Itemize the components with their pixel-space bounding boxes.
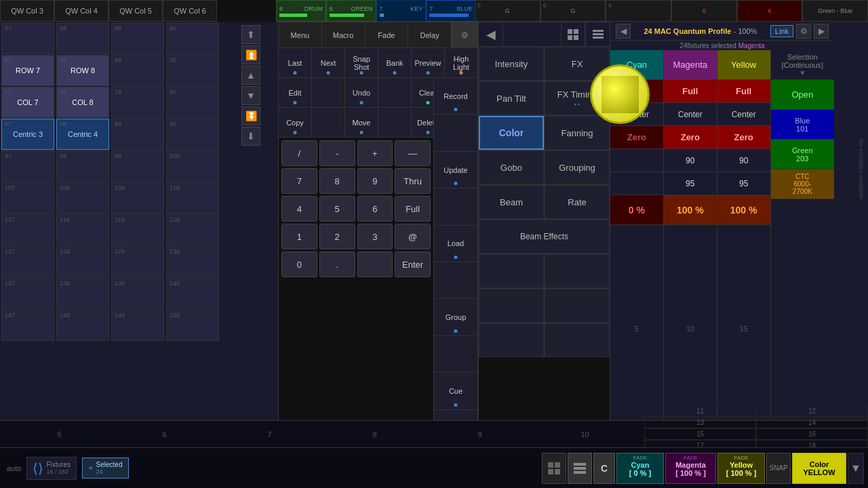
encoder-yellow-header[interactable]: Yellow [717, 50, 770, 80]
encoder-yellow-90[interactable]: 90 [717, 149, 770, 172]
encoder-sel-open[interactable]: Open [771, 80, 834, 110]
fixture-140[interactable]: 140 [166, 278, 219, 309]
fixture-60[interactable]: 60 [166, 23, 219, 54]
num2-btn[interactable]: 2 [319, 224, 355, 249]
scroll-down[interactable]: ▼ [241, 86, 260, 105]
double-dash-btn[interactable]: — [395, 140, 431, 166]
update-button[interactable]: Update [434, 152, 477, 188]
preview-button[interactable]: Preview [412, 48, 445, 77]
fixture-129[interactable]: 129 [111, 246, 164, 277]
cue-button[interactable]: Cue [434, 373, 477, 409]
fixture-149[interactable]: 149 [111, 310, 164, 341]
load-button[interactable]: Load [434, 226, 477, 262]
c-button[interactable]: C [593, 453, 615, 484]
fixture-57[interactable]: 57 [1, 23, 54, 54]
attr-rate-button[interactable]: Rate [545, 185, 610, 219]
encoder-magenta-value[interactable]: 100 % [664, 195, 717, 225]
fixture-147[interactable]: 147 [1, 310, 54, 341]
fixture-back-button[interactable]: ◀ [616, 24, 631, 39]
fixture-78[interactable]: 78COL 8 [56, 87, 109, 118]
fixture-67[interactable]: 67ROW 7 [1, 55, 54, 86]
fixture-127[interactable]: 127 [1, 246, 54, 277]
encoder-cyan-95[interactable] [610, 172, 663, 195]
encoder-sel-green[interactable]: Green 203 [771, 140, 834, 169]
fixture-137[interactable]: 137 [1, 278, 54, 309]
edit-button[interactable]: Edit [279, 78, 312, 107]
encoder-cyan-90[interactable] [610, 149, 663, 172]
fixture-80[interactable]: 80 [166, 87, 219, 118]
attr-color-button[interactable]: Color [479, 116, 544, 150]
fixtures-badge[interactable]: ⟨⟩ Fixtures 16 / 182 [26, 457, 77, 480]
fixture-107[interactable]: 107 [1, 182, 54, 214]
encoder-magenta-zero[interactable]: Zero [664, 126, 717, 149]
list-view-icon[interactable] [585, 22, 610, 47]
fixture-settings-icon[interactable]: ⚙ [796, 24, 811, 39]
fixture-68[interactable]: 68ROW 8 [56, 55, 109, 86]
fixture-77[interactable]: 77COL 7 [1, 87, 54, 118]
attr-beameffects-button[interactable]: Beam Effects [479, 220, 610, 253]
dot-btn[interactable]: . [319, 251, 355, 277]
undo-button[interactable]: Undo [345, 78, 378, 107]
channel-qw-col6[interactable]: QW Col 6 [163, 0, 217, 22]
encoder-yellow-zero[interactable]: Zero [717, 126, 770, 149]
fixture-148[interactable]: 148 [56, 310, 109, 341]
channel-qw-col3[interactable]: QW Col 3 [0, 0, 54, 22]
fixture-90[interactable]: 90 [166, 119, 219, 150]
next-button[interactable]: Next [312, 48, 345, 77]
link-button[interactable]: Link [770, 25, 793, 37]
slash-btn[interactable]: / [281, 140, 317, 166]
num5-btn[interactable]: 5 [319, 196, 355, 222]
copy-button[interactable]: Copy [279, 108, 312, 137]
encoder-sel-blue[interactable]: Blue 101 [771, 110, 834, 140]
minus-btn[interactable]: - [319, 140, 355, 166]
num3-btn[interactable]: 3 [357, 224, 393, 249]
encoder-magenta-header[interactable]: Magenta [664, 50, 717, 80]
grid-view-button-2[interactable] [568, 453, 592, 484]
macro-button[interactable]: Macro [322, 22, 366, 47]
fixture-99[interactable]: 99 [111, 150, 164, 182]
fixture-70[interactable]: 70 [166, 55, 219, 86]
record-button[interactable]: Record [434, 78, 477, 115]
fixture-117[interactable]: 117 [1, 214, 54, 245]
at-btn[interactable]: @ [395, 224, 431, 249]
num8-btn[interactable]: 8 [319, 168, 355, 194]
fixture-120[interactable]: 120 [166, 214, 219, 245]
thru-btn[interactable]: Thru [395, 168, 431, 194]
encoder-yellow-center[interactable]: Center [717, 103, 770, 126]
delay-button[interactable]: Delay [408, 22, 452, 47]
snap-shot-button[interactable]: Snap Shot [345, 48, 378, 77]
channel-qw-col4[interactable]: QW Col 4 [54, 0, 108, 22]
num9-btn[interactable]: 9 [357, 168, 393, 194]
num7-btn[interactable]: 7 [281, 168, 317, 194]
enter-btn[interactable]: Enter [395, 251, 431, 277]
scroll-up-fast[interactable]: ⏫ [241, 45, 260, 64]
fixture-89[interactable]: 89 [111, 119, 164, 150]
fixture-88[interactable]: 88Centric 4 [56, 119, 109, 150]
fixture-128[interactable]: 128 [56, 246, 109, 277]
encoder-selection-header[interactable]: Selection [Continuous] ▼ [771, 50, 834, 80]
fixture-59[interactable]: 59 [111, 23, 164, 54]
fixture-130[interactable]: 130 [166, 246, 219, 277]
snap-button[interactable]: SNAP [766, 453, 791, 484]
table-view-button[interactable] [542, 453, 566, 484]
encoder-magenta-center[interactable]: Center [664, 103, 717, 126]
fixture-110[interactable]: 110 [166, 182, 219, 214]
fixture-119[interactable]: 119 [111, 214, 164, 245]
scroll-up[interactable]: ▲ [241, 66, 260, 85]
fixture-87[interactable]: 87Centric 3 [1, 119, 54, 150]
attr-pantilt-button[interactable]: Pan Tilt [479, 81, 544, 115]
plus-btn[interactable]: + [357, 140, 393, 166]
fixture-139[interactable]: 139 [111, 278, 164, 309]
full-btn[interactable]: Full [395, 196, 431, 222]
fixture-108[interactable]: 108 [56, 182, 109, 214]
bottom-down-arrow[interactable]: ▼ [848, 453, 864, 484]
bank-button[interactable]: Bank [378, 48, 412, 77]
attr-grouping-button[interactable]: Grouping [545, 150, 610, 184]
fixture-109[interactable]: 109 [111, 182, 164, 214]
encoder-yellow-full[interactable]: Full [717, 80, 770, 103]
high-light-button[interactable]: High Light [445, 48, 477, 77]
num1-btn[interactable]: 1 [281, 224, 317, 249]
fixture-forward-button[interactable]: ▶ [814, 24, 829, 39]
num0-btn[interactable]: 0 [281, 251, 317, 277]
fade-button[interactable]: Fade [366, 22, 409, 47]
